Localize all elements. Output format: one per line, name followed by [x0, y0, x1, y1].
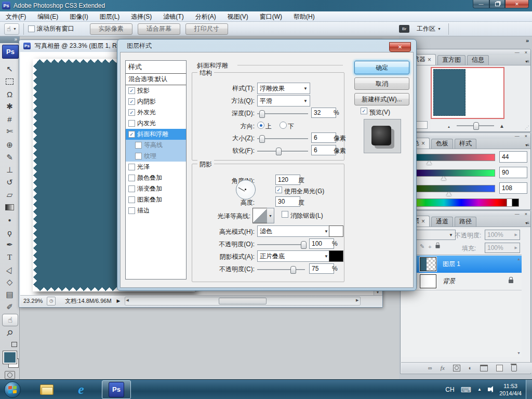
- hand-tool[interactable]: ☝: [2, 314, 18, 326]
- eyedropper-tool[interactable]: ✐: [2, 301, 17, 313]
- style-item-blending-options[interactable]: 混合选项:默认: [126, 74, 186, 85]
- size-slider[interactable]: [257, 138, 308, 139]
- menu-image[interactable]: 图像(I): [64, 11, 94, 22]
- status-flyout-icon[interactable]: ▶: [117, 298, 121, 303]
- scrollbar-thumb[interactable]: [219, 298, 267, 304]
- bridge-icon[interactable]: Br: [399, 25, 409, 33]
- move-tool[interactable]: ↖: [2, 63, 17, 75]
- scroll-right-icon[interactable]: ▶: [356, 298, 358, 302]
- altitude-field[interactable]: 30: [275, 196, 300, 207]
- toolbox-collapse-bar[interactable]: »: [0, 36, 19, 43]
- lock-all-icon[interactable]: [435, 245, 440, 248]
- scroll-all-windows-checkbox[interactable]: [28, 25, 35, 32]
- soften-slider-thumb[interactable]: [276, 148, 282, 155]
- layer-row-background[interactable]: 背景: [401, 273, 522, 290]
- global-light-checkbox[interactable]: ✓: [275, 187, 282, 193]
- add-mask-icon[interactable]: [453, 365, 460, 371]
- angle-dial[interactable]: [236, 180, 256, 200]
- lock-pixels-icon[interactable]: ✎: [420, 243, 424, 250]
- menu-edit[interactable]: 编辑(E): [32, 11, 64, 22]
- volume-icon[interactable]: ): [488, 387, 493, 392]
- style-item-satin[interactable]: 光泽: [126, 162, 186, 172]
- layer-row-layer1[interactable]: 图层 1: [401, 256, 522, 273]
- g-value-field[interactable]: 90: [499, 167, 527, 178]
- cancel-button[interactable]: 取消: [354, 77, 409, 90]
- antialias-checkbox[interactable]: [282, 211, 288, 218]
- shadow-opacity-thumb[interactable]: [290, 266, 296, 274]
- style-item-texture[interactable]: 纹理: [126, 151, 186, 162]
- angle-field[interactable]: 120: [275, 175, 300, 185]
- direction-down-radio[interactable]: [280, 122, 287, 129]
- style-item-pattern-overlay[interactable]: 图案叠加: [126, 194, 186, 205]
- taskbar-ie-button[interactable]: e: [68, 381, 95, 398]
- menu-select[interactable]: 选择(S): [125, 11, 157, 22]
- background-name[interactable]: 背景: [443, 277, 455, 286]
- minimize-button[interactable]: —: [473, 0, 489, 8]
- fill-field[interactable]: 100%▶: [485, 243, 520, 253]
- style-item-inner-shadow[interactable]: ✓内阴影: [126, 96, 186, 107]
- healing-brush-tool[interactable]: ⊕: [2, 139, 17, 151]
- r-slider-thumb[interactable]: [427, 161, 432, 165]
- timing-icon[interactable]: ◷: [47, 297, 56, 305]
- marquee-tool[interactable]: [2, 76, 17, 87]
- panel-resize-grip[interactable]: ⋰: [525, 125, 529, 130]
- panel-close-icon[interactable]: ×: [525, 50, 527, 55]
- direct-selection-tool[interactable]: ▷: [2, 264, 17, 275]
- highlight-mode-select[interactable]: 滤色▼: [257, 225, 331, 237]
- size-slider-thumb[interactable]: [259, 135, 265, 143]
- panel-menu-icon[interactable]: ▾≡: [525, 221, 529, 225]
- r-slider[interactable]: [416, 154, 495, 161]
- close-button[interactable]: ✕: [505, 0, 529, 8]
- depth-slider[interactable]: [257, 113, 308, 114]
- clone-stamp-tool[interactable]: ⊥: [2, 164, 17, 176]
- style-item-contour[interactable]: 等高线: [126, 140, 186, 151]
- new-layer-icon[interactable]: [496, 365, 503, 371]
- menu-help[interactable]: 帮助(H): [288, 11, 321, 22]
- start-button[interactable]: [4, 381, 21, 398]
- zoom-level[interactable]: 23.29%: [23, 298, 43, 304]
- gloss-contour-swatch[interactable]: [252, 208, 268, 223]
- panel-minimize-icon[interactable]: —: [515, 134, 520, 139]
- background-thumbnail[interactable]: [420, 274, 436, 288]
- clock[interactable]: 11:53 2014/4/4: [499, 382, 522, 397]
- keyboard-icon[interactable]: ⌨: [461, 385, 471, 394]
- tab-histogram[interactable]: 直方图: [437, 55, 466, 65]
- highlight-opacity-thumb[interactable]: [301, 241, 307, 249]
- blur-tool[interactable]: ●: [2, 214, 17, 225]
- taskbar-photoshop-button[interactable]: Ps: [102, 380, 131, 399]
- lock-position-icon[interactable]: +: [428, 244, 431, 250]
- workspace-label[interactable]: 工作区: [417, 24, 435, 33]
- shadow-color-swatch[interactable]: [329, 250, 343, 262]
- menu-view[interactable]: 视图(V): [222, 11, 254, 22]
- layer-effects-icon[interactable]: fx: [441, 365, 445, 371]
- blend-mode-select[interactable]: ▼: [410, 230, 456, 240]
- r-value-field[interactable]: 44: [499, 151, 527, 163]
- default-colors-icon[interactable]: [11, 342, 17, 347]
- layer1-thumbnail[interactable]: [420, 257, 436, 271]
- menu-window[interactable]: 窗口(W): [254, 11, 288, 22]
- adjustment-layer-icon[interactable]: ◐: [469, 365, 472, 371]
- eraser-tool[interactable]: ▱: [2, 189, 17, 201]
- restore-button[interactable]: [489, 0, 505, 8]
- tab-info[interactable]: 信息: [467, 55, 489, 65]
- ok-button[interactable]: 确定: [354, 61, 409, 74]
- menu-filter[interactable]: 滤镜(T): [157, 11, 189, 22]
- crop-tool[interactable]: #: [2, 113, 17, 125]
- style-item-gradient-overlay[interactable]: 渐变叠加: [126, 183, 186, 194]
- link-layers-icon[interactable]: ∞: [428, 365, 432, 371]
- tab-paths[interactable]: 路径: [455, 217, 476, 227]
- type-tool[interactable]: T: [2, 251, 17, 263]
- fit-screen-button[interactable]: 适合屏幕: [138, 23, 180, 35]
- brush-tool[interactable]: ✎: [2, 152, 17, 163]
- navigator-zoom-slider[interactable]: [457, 125, 494, 126]
- panel-menu-icon[interactable]: ▾≡: [525, 143, 529, 148]
- style-item-color-overlay[interactable]: 颜色叠加: [126, 172, 186, 183]
- style-item-inner-glow[interactable]: 内发光: [126, 118, 186, 129]
- depth-field[interactable]: 32: [311, 108, 336, 118]
- bevel-style-select[interactable]: 浮雕效果▼: [257, 83, 310, 94]
- tab-swatches[interactable]: 色板: [431, 139, 453, 149]
- tab-styles[interactable]: 样式: [455, 139, 476, 149]
- quick-mask-button[interactable]: [5, 371, 15, 379]
- show-desktop-button[interactable]: [526, 380, 532, 399]
- dialog-close-button[interactable]: ✕: [389, 42, 411, 52]
